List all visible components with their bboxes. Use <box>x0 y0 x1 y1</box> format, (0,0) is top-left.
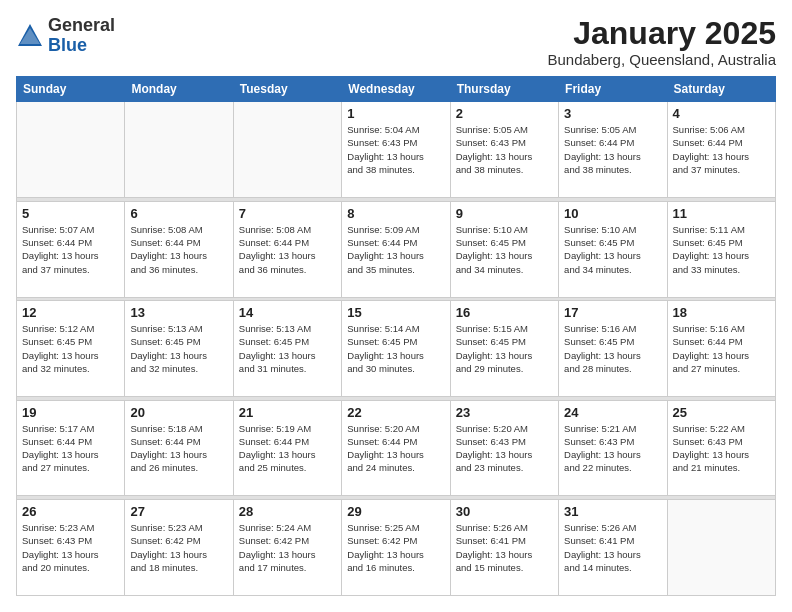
calendar-cell: 17Sunrise: 5:16 AMSunset: 6:45 PMDayligh… <box>559 301 667 397</box>
calendar-cell: 7Sunrise: 5:08 AMSunset: 6:44 PMDaylight… <box>233 201 341 297</box>
day-info: Sunrise: 5:20 AMSunset: 6:43 PMDaylight:… <box>456 422 553 475</box>
calendar-cell: 16Sunrise: 5:15 AMSunset: 6:45 PMDayligh… <box>450 301 558 397</box>
weekday-header: Thursday <box>450 77 558 102</box>
day-info: Sunrise: 5:08 AMSunset: 6:44 PMDaylight:… <box>239 223 336 276</box>
logo-blue: Blue <box>48 36 115 56</box>
month-title: January 2025 <box>548 16 777 51</box>
day-info: Sunrise: 5:15 AMSunset: 6:45 PMDaylight:… <box>456 322 553 375</box>
title-area: January 2025 Bundaberg, Queensland, Aust… <box>548 16 777 68</box>
weekday-header: Friday <box>559 77 667 102</box>
location: Bundaberg, Queensland, Australia <box>548 51 777 68</box>
day-number: 17 <box>564 305 661 320</box>
weekday-header: Wednesday <box>342 77 450 102</box>
day-number: 5 <box>22 206 119 221</box>
day-number: 30 <box>456 504 553 519</box>
logo: General Blue <box>16 16 115 56</box>
day-info: Sunrise: 5:04 AMSunset: 6:43 PMDaylight:… <box>347 123 444 176</box>
calendar-cell: 13Sunrise: 5:13 AMSunset: 6:45 PMDayligh… <box>125 301 233 397</box>
day-number: 7 <box>239 206 336 221</box>
calendar-cell <box>17 102 125 198</box>
calendar-cell: 3Sunrise: 5:05 AMSunset: 6:44 PMDaylight… <box>559 102 667 198</box>
day-info: Sunrise: 5:08 AMSunset: 6:44 PMDaylight:… <box>130 223 227 276</box>
calendar-cell: 24Sunrise: 5:21 AMSunset: 6:43 PMDayligh… <box>559 400 667 496</box>
day-number: 15 <box>347 305 444 320</box>
day-number: 26 <box>22 504 119 519</box>
day-info: Sunrise: 5:13 AMSunset: 6:45 PMDaylight:… <box>239 322 336 375</box>
page: General Blue January 2025 Bundaberg, Que… <box>0 0 792 612</box>
logo-text: General Blue <box>48 16 115 56</box>
calendar-cell: 20Sunrise: 5:18 AMSunset: 6:44 PMDayligh… <box>125 400 233 496</box>
calendar-cell <box>125 102 233 198</box>
calendar-cell: 9Sunrise: 5:10 AMSunset: 6:45 PMDaylight… <box>450 201 558 297</box>
day-info: Sunrise: 5:17 AMSunset: 6:44 PMDaylight:… <box>22 422 119 475</box>
day-info: Sunrise: 5:19 AMSunset: 6:44 PMDaylight:… <box>239 422 336 475</box>
day-number: 6 <box>130 206 227 221</box>
day-number: 14 <box>239 305 336 320</box>
calendar-cell: 19Sunrise: 5:17 AMSunset: 6:44 PMDayligh… <box>17 400 125 496</box>
day-number: 20 <box>130 405 227 420</box>
svg-marker-1 <box>20 28 40 44</box>
day-number: 2 <box>456 106 553 121</box>
day-info: Sunrise: 5:25 AMSunset: 6:42 PMDaylight:… <box>347 521 444 574</box>
day-info: Sunrise: 5:26 AMSunset: 6:41 PMDaylight:… <box>456 521 553 574</box>
calendar-cell: 12Sunrise: 5:12 AMSunset: 6:45 PMDayligh… <box>17 301 125 397</box>
day-number: 31 <box>564 504 661 519</box>
day-info: Sunrise: 5:16 AMSunset: 6:45 PMDaylight:… <box>564 322 661 375</box>
day-number: 8 <box>347 206 444 221</box>
calendar-cell: 15Sunrise: 5:14 AMSunset: 6:45 PMDayligh… <box>342 301 450 397</box>
day-info: Sunrise: 5:05 AMSunset: 6:43 PMDaylight:… <box>456 123 553 176</box>
calendar-cell: 30Sunrise: 5:26 AMSunset: 6:41 PMDayligh… <box>450 500 558 596</box>
calendar-cell <box>667 500 775 596</box>
logo-general: General <box>48 16 115 36</box>
day-info: Sunrise: 5:14 AMSunset: 6:45 PMDaylight:… <box>347 322 444 375</box>
day-info: Sunrise: 5:23 AMSunset: 6:42 PMDaylight:… <box>130 521 227 574</box>
calendar-cell: 22Sunrise: 5:20 AMSunset: 6:44 PMDayligh… <box>342 400 450 496</box>
calendar-cell: 2Sunrise: 5:05 AMSunset: 6:43 PMDaylight… <box>450 102 558 198</box>
day-number: 1 <box>347 106 444 121</box>
calendar-cell: 29Sunrise: 5:25 AMSunset: 6:42 PMDayligh… <box>342 500 450 596</box>
calendar-cell: 14Sunrise: 5:13 AMSunset: 6:45 PMDayligh… <box>233 301 341 397</box>
day-info: Sunrise: 5:16 AMSunset: 6:44 PMDaylight:… <box>673 322 770 375</box>
day-number: 13 <box>130 305 227 320</box>
calendar-cell <box>233 102 341 198</box>
day-number: 18 <box>673 305 770 320</box>
calendar-cell: 1Sunrise: 5:04 AMSunset: 6:43 PMDaylight… <box>342 102 450 198</box>
day-info: Sunrise: 5:23 AMSunset: 6:43 PMDaylight:… <box>22 521 119 574</box>
day-number: 28 <box>239 504 336 519</box>
calendar-cell: 27Sunrise: 5:23 AMSunset: 6:42 PMDayligh… <box>125 500 233 596</box>
calendar-cell: 10Sunrise: 5:10 AMSunset: 6:45 PMDayligh… <box>559 201 667 297</box>
calendar-cell: 4Sunrise: 5:06 AMSunset: 6:44 PMDaylight… <box>667 102 775 198</box>
day-info: Sunrise: 5:22 AMSunset: 6:43 PMDaylight:… <box>673 422 770 475</box>
day-number: 23 <box>456 405 553 420</box>
calendar-cell: 25Sunrise: 5:22 AMSunset: 6:43 PMDayligh… <box>667 400 775 496</box>
day-info: Sunrise: 5:07 AMSunset: 6:44 PMDaylight:… <box>22 223 119 276</box>
calendar-cell: 5Sunrise: 5:07 AMSunset: 6:44 PMDaylight… <box>17 201 125 297</box>
day-info: Sunrise: 5:20 AMSunset: 6:44 PMDaylight:… <box>347 422 444 475</box>
day-number: 27 <box>130 504 227 519</box>
calendar: SundayMondayTuesdayWednesdayThursdayFrid… <box>16 76 776 596</box>
weekday-header: Tuesday <box>233 77 341 102</box>
calendar-cell: 26Sunrise: 5:23 AMSunset: 6:43 PMDayligh… <box>17 500 125 596</box>
day-number: 16 <box>456 305 553 320</box>
weekday-header: Sunday <box>17 77 125 102</box>
day-number: 25 <box>673 405 770 420</box>
day-number: 29 <box>347 504 444 519</box>
day-number: 24 <box>564 405 661 420</box>
day-number: 21 <box>239 405 336 420</box>
day-info: Sunrise: 5:12 AMSunset: 6:45 PMDaylight:… <box>22 322 119 375</box>
day-info: Sunrise: 5:18 AMSunset: 6:44 PMDaylight:… <box>130 422 227 475</box>
day-number: 12 <box>22 305 119 320</box>
day-number: 10 <box>564 206 661 221</box>
calendar-cell: 23Sunrise: 5:20 AMSunset: 6:43 PMDayligh… <box>450 400 558 496</box>
day-info: Sunrise: 5:21 AMSunset: 6:43 PMDaylight:… <box>564 422 661 475</box>
day-number: 19 <box>22 405 119 420</box>
header: General Blue January 2025 Bundaberg, Que… <box>16 16 776 68</box>
day-info: Sunrise: 5:05 AMSunset: 6:44 PMDaylight:… <box>564 123 661 176</box>
day-number: 9 <box>456 206 553 221</box>
calendar-cell: 31Sunrise: 5:26 AMSunset: 6:41 PMDayligh… <box>559 500 667 596</box>
weekday-header: Monday <box>125 77 233 102</box>
day-info: Sunrise: 5:10 AMSunset: 6:45 PMDaylight:… <box>456 223 553 276</box>
calendar-cell: 11Sunrise: 5:11 AMSunset: 6:45 PMDayligh… <box>667 201 775 297</box>
day-info: Sunrise: 5:24 AMSunset: 6:42 PMDaylight:… <box>239 521 336 574</box>
logo-icon <box>16 22 44 50</box>
